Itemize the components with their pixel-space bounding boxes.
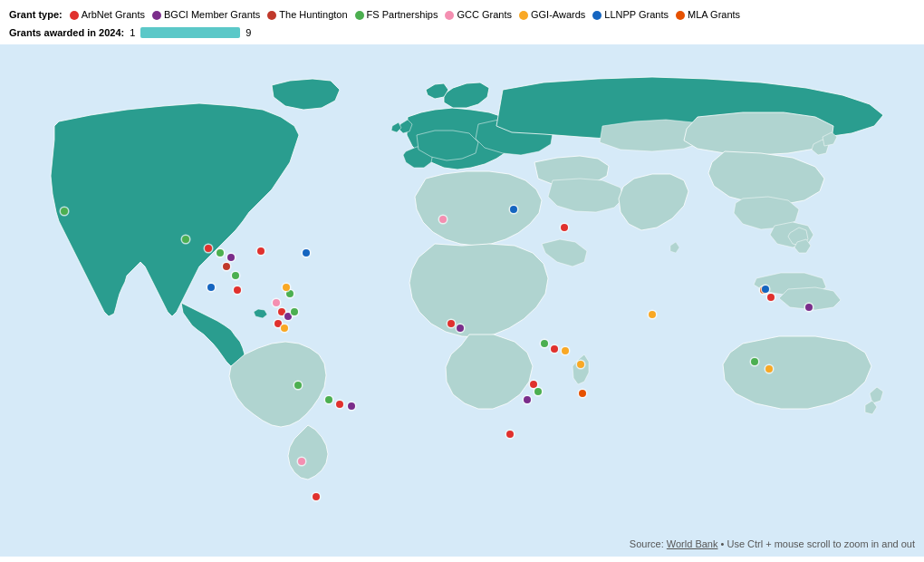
- map-container[interactable]: Source: World Bank • Use Ctrl + mouse sc…: [0, 44, 924, 557]
- legend-item: BGCI Member Grants: [152, 7, 260, 24]
- footer: Source: World Bank • Use Ctrl + mouse sc…: [630, 538, 915, 549]
- legend-item: The Huntington: [267, 7, 347, 24]
- legend-label: FS Partnerships: [367, 7, 438, 24]
- grants-bar: [140, 27, 240, 38]
- footer-note: • Use Ctrl + mouse scroll to zoom in and…: [721, 538, 915, 549]
- legend-dot: [592, 11, 602, 20]
- legend-dot: [355, 11, 364, 20]
- grants-awarded-label: Grants awarded in 2024:: [9, 25, 124, 42]
- legend-dot: [676, 11, 685, 20]
- grants-min: 1: [130, 25, 135, 42]
- grants-bar-row: Grants awarded in 2024: 1 9: [9, 25, 915, 42]
- legend-dot: [70, 11, 79, 20]
- source-link[interactable]: World Bank: [667, 538, 718, 549]
- legend-dot: [267, 11, 276, 20]
- legend-dot: [152, 11, 161, 20]
- legend-label: BGCI Member Grants: [164, 7, 260, 24]
- legend-label: ArbNet Grants: [82, 7, 145, 24]
- grant-type-label: Grant type:: [9, 7, 63, 24]
- source-label: Source:: [630, 538, 664, 549]
- legend-label: LLNPP Grants: [604, 7, 669, 24]
- legend-label: GGI-Awards: [531, 7, 585, 24]
- legend-dot: [519, 11, 528, 20]
- legend-item: ArbNet Grants: [70, 7, 145, 24]
- header: Grant type: ArbNet GrantsBGCI Member Gra…: [0, 0, 924, 44]
- legend-label: GCC Grants: [457, 7, 512, 24]
- legend-item: FS Partnerships: [355, 7, 438, 24]
- legend-item: GGI-Awards: [519, 7, 585, 24]
- grant-type-row: Grant type: ArbNet GrantsBGCI Member Gra…: [9, 7, 915, 24]
- legend-label: The Huntington: [279, 7, 347, 24]
- legend-item: LLNPP Grants: [592, 7, 669, 24]
- legend-item: GCC Grants: [445, 7, 512, 24]
- world-map: [0, 44, 924, 557]
- legend-dot: [445, 11, 454, 20]
- legend-item: MLA Grants: [676, 7, 740, 24]
- legend-label: MLA Grants: [688, 7, 740, 24]
- grants-max: 9: [245, 25, 251, 42]
